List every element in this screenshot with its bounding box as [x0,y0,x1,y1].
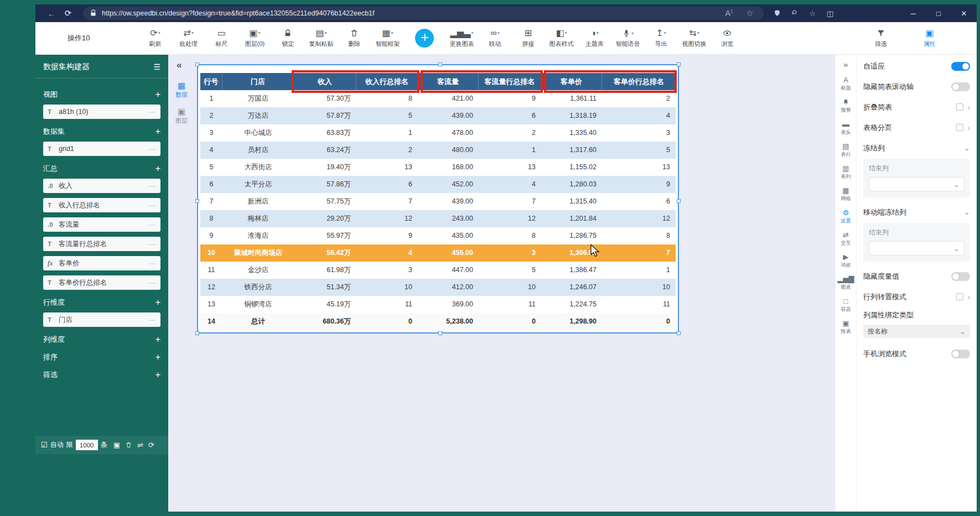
more-options-icon[interactable]: ⋯ [149,316,157,324]
operation-label[interactable]: 操作10 [68,33,90,43]
table-row[interactable]: 6太平分店57.86万6452.0041,280.039 [200,176,676,193]
column-header[interactable]: 行号 [200,73,222,90]
auto-checkbox-icon[interactable]: ☑ [41,441,48,449]
favorite-star-icon[interactable]: ☆ [742,8,758,18]
close-button[interactable]: ✕ [951,4,977,22]
toolbar-properties[interactable]: ▣属性 [913,29,946,48]
resize-handle[interactable] [195,62,199,66]
more-options-icon[interactable]: ⋯ [149,221,157,229]
column-header[interactable]: 客流量 [418,73,479,90]
back-icon[interactable]: ← [43,9,60,18]
mobile-preview-toggle[interactable] [951,350,970,358]
image-icon[interactable]: ▣ [113,441,120,449]
resize-handle[interactable] [438,331,442,335]
refresh-page-icon[interactable]: ⟳ [60,8,76,18]
shield-icon[interactable] [769,9,785,18]
favorites-bar-icon[interactable]: ☆ [805,9,820,18]
adaptive-toggle[interactable] [951,62,970,71]
table-row[interactable]: 9淮海店55.97万9435.0081,286.758 [200,227,676,244]
resize-handle[interactable] [195,199,199,203]
more-options-icon[interactable]: ⋯ [149,108,157,116]
toolbar-delete[interactable]: 删除 [338,29,371,48]
field-pill[interactable]: .0收入⋯ [43,179,160,193]
toolbar-filter[interactable]: 筛选 [864,29,898,48]
resize-handle[interactable] [438,62,442,66]
column-header[interactable]: 门店 [222,73,294,90]
freeze-columns-end-column-select[interactable]: ⌄ [869,177,965,191]
toolbar-theme-lib[interactable]: ◑▾主题库 [578,29,611,48]
toolbar-lock[interactable]: 锁定 [271,29,304,48]
toolbar-splice[interactable]: ⊞拼接 [511,29,545,48]
field-pill[interactable]: Ta81h (10)⋯ [43,105,160,119]
add-view-icon[interactable]: + [155,90,160,100]
toolbar-linkage[interactable]: ∞▾联动 [478,29,511,48]
table-row[interactable]: 4员村店63.24万2480.0011,317.605 [200,142,676,159]
extensions-icon[interactable] [787,9,802,18]
field-pill[interactable]: fx客单价⋯ [43,256,160,270]
refresh-data-icon[interactable]: ⟳ [148,441,154,449]
hide-table-scrollbar-toggle[interactable] [951,82,970,91]
chevron-down-icon[interactable]: ⌄ [964,208,970,216]
more-options-icon[interactable]: ⋯ [149,182,157,190]
design-canvas[interactable]: « ▦数据▣图层 行号门店收入收入行总排名客流量客流量行总排名客单价客单价行总排… [168,55,835,512]
toolbar-change-chart[interactable]: ▂▅▃▾更换图表 [445,29,478,48]
resize-handle[interactable] [677,331,681,335]
resize-handle[interactable] [677,199,681,203]
mobile-freeze-columns-end-column-select[interactable]: ⌄ [869,241,965,256]
more-options-icon[interactable]: ⋯ [149,240,157,248]
toolbar-view-switch[interactable]: ⇆▾视图切换 [677,29,711,48]
resize-handle[interactable] [195,331,199,335]
trash-icon[interactable] [125,441,132,449]
builder-menu-icon[interactable]: ☰ [153,62,160,71]
column-header[interactable]: 收入 [294,73,356,90]
panel-tab-motion[interactable]: ▶动效 [836,253,856,269]
add-dataset-icon[interactable]: + [155,127,160,137]
column-header[interactable]: 客单价 [541,73,602,90]
canvas-tab-data[interactable]: ▦数据 [172,81,191,99]
table-row[interactable]: 2万达店57.87万5439.0061,318.194 [200,107,676,124]
toolbar-layers[interactable]: ▣▾图层(0) [238,29,271,48]
table-row[interactable]: 5大西街店19.40万13168.00131,155.0213 [200,159,676,176]
column-bind-type-select[interactable]: 按名称⌄ [863,325,970,338]
table-row[interactable]: 10聚城时尚商场店59.42万4455.0031,306.007 [200,244,676,262]
chevron-right-icon[interactable]: › [967,123,970,132]
table-widget[interactable]: 行号门店收入收入行总排名客流量客流量行总排名客单价客单价行总排名 1万国店57.… [197,64,679,333]
add-filter-icon[interactable]: + [155,370,160,380]
table-row[interactable]: 11金沙店61.98万3447.0051,386.471 [200,262,676,279]
toolbar-browse[interactable]: 浏览 [711,29,744,48]
maximize-button[interactable]: □ [926,4,951,22]
panel-tab-table-col[interactable]: ▥表列 [836,164,856,180]
field-pill[interactable]: T门店⋯ [43,312,160,327]
more-options-icon[interactable]: ⋯ [149,279,157,287]
table-pagination-checkbox[interactable] [956,124,963,131]
table-row[interactable]: 13铜锣湾店45.19万11369.00111,224.7511 [200,296,676,313]
panel-tab-table-row[interactable]: ▤表行 [836,142,856,158]
toolbar-batch[interactable]: ⇄▾批处理 [172,29,205,48]
hide-measure-values-toggle[interactable] [951,272,970,281]
toolbar-export[interactable]: ↥▾导出 [644,29,677,48]
column-header[interactable]: 收入行总排名 [356,73,418,90]
panel-tab-settings[interactable]: ⚙设置 [836,209,856,225]
toolbar-ruler[interactable]: ▭标尺 [205,29,238,48]
table-row[interactable]: 12铁西分店51.34万10412.00101,246.0710 [200,279,676,296]
chevron-right-icon[interactable]: › [967,103,970,112]
read-aloud-icon[interactable]: A⁾ [720,8,737,18]
collapse-table-checkbox[interactable] [956,103,963,111]
limit-input[interactable] [76,440,98,450]
table-row[interactable]: 8梅林店29.20万12243.00121,201.8412 [200,210,676,227]
toolbar-copy-paste[interactable]: ▤▾复制粘贴 [304,29,338,48]
address-bar[interactable]: https://ow.speedbi.cn/design?fdesign=tru… [83,7,764,20]
field-pill[interactable]: T客流量行总排名⋯ [43,237,160,251]
panel-tab-alert[interactable]: 预警 [836,98,856,114]
add-sort-icon[interactable]: + [155,352,160,362]
panel-tab-container[interactable]: □容器 [836,297,856,313]
table-row[interactable]: 14总计680.36万05,238.0001,298.900 [200,313,676,330]
add-aggregate-icon[interactable]: + [155,164,160,174]
column-header[interactable]: 客流量行总排名 [479,73,541,90]
toolbar-smart-voice[interactable]: ▾智能语音 [611,29,644,48]
field-pill[interactable]: T客单价行总排名⋯ [43,275,160,290]
panel-tab-report[interactable]: ▣报表 [836,319,856,335]
panel-tab-interact[interactable]: ⇄交互 [836,231,856,247]
column-header[interactable]: 客单价行总排名 [602,73,676,90]
panel-tab-chart[interactable]: ▂▅▇图表 [836,275,856,291]
